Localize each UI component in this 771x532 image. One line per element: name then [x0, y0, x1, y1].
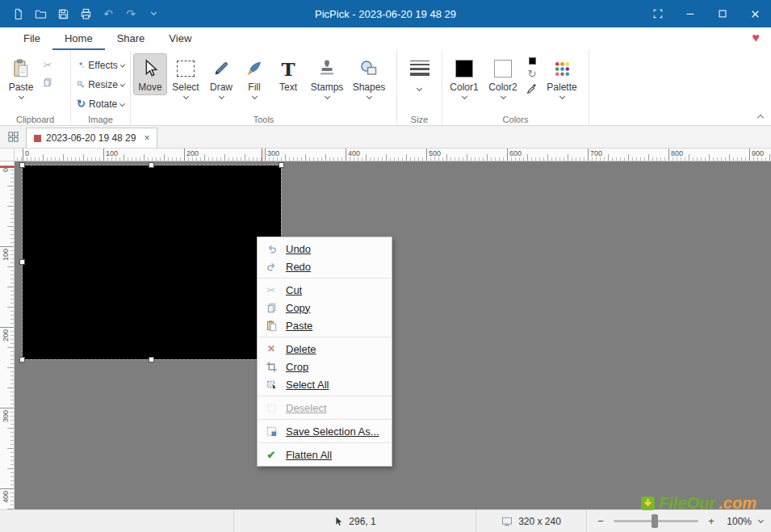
tab-home[interactable]: Home: [52, 27, 105, 50]
window-layout-button[interactable]: [0, 126, 26, 148]
h-ruler-label: 300: [267, 149, 279, 157]
save-button[interactable]: [53, 4, 73, 23]
selection-handle[interactable]: [149, 162, 154, 168]
undo-button[interactable]: ↶: [98, 4, 118, 23]
rotate-label: Rotate: [89, 98, 117, 110]
cut-icon: ✂: [264, 283, 279, 296]
context-menu-item[interactable]: Undo: [258, 240, 392, 258]
cursor-position-indicator: 296, 1: [234, 510, 476, 532]
tab-file[interactable]: File: [11, 27, 52, 50]
chevron-down-icon: [120, 82, 125, 86]
select-tool-button[interactable]: Select: [168, 54, 203, 100]
delete-icon: ✕: [264, 342, 279, 355]
selection-handle[interactable]: [19, 259, 25, 265]
context-menu-item[interactable]: Copy: [258, 299, 392, 316]
copy-icon: [42, 77, 53, 88]
open-button[interactable]: [31, 4, 50, 23]
minimize-button[interactable]: [674, 0, 706, 27]
swap-colors-button[interactable]: ↻: [528, 69, 537, 79]
menu-separator: [258, 396, 391, 396]
stamps-tool-button[interactable]: Stamps: [307, 54, 347, 100]
copy-button[interactable]: [42, 77, 53, 91]
selection-handle[interactable]: [149, 357, 154, 362]
qat-dropdown-button[interactable]: [144, 4, 163, 23]
fileour-logo-icon: [640, 496, 656, 511]
shapes-tool-button[interactable]: Shapes: [349, 54, 389, 100]
zoom-out-button[interactable]: −: [595, 515, 606, 527]
redo-button[interactable]: ↷: [121, 4, 140, 23]
color1-button[interactable]: Color1: [446, 54, 483, 100]
palette-button[interactable]: Palette: [543, 54, 581, 100]
selection-handle[interactable]: [19, 357, 25, 362]
image-selection[interactable]: [23, 165, 281, 359]
palette-label: Palette: [547, 82, 576, 93]
v-ruler-label: 300: [2, 410, 10, 422]
context-menu-item[interactable]: ✕ Delete: [258, 340, 392, 358]
size-button[interactable]: [402, 54, 438, 92]
stamp-icon: [317, 57, 337, 81]
quick-access-toolbar: ↶ ↷: [0, 4, 163, 23]
h-ruler-label: 900: [752, 149, 764, 157]
close-button[interactable]: [739, 0, 771, 27]
selection-handle[interactable]: [19, 162, 25, 168]
palette-icon: [554, 57, 571, 81]
print-icon: [80, 8, 92, 20]
eyedropper-button[interactable]: [526, 83, 538, 98]
move-tool-button[interactable]: Move: [134, 54, 166, 94]
select-all-icon: [264, 378, 279, 391]
status-bar: 296, 1 320 x 240 − + 100%: [0, 509, 771, 532]
zoom-in-button[interactable]: +: [706, 515, 717, 527]
text-icon: T: [281, 57, 295, 81]
canvas[interactable]: [15, 161, 771, 509]
paste-button[interactable]: Paste: [3, 54, 39, 100]
zoom-dropdown-button[interactable]: [758, 517, 764, 523]
paste-label: Paste: [9, 82, 34, 93]
tab-view[interactable]: View: [157, 27, 203, 50]
context-menu-item[interactable]: Crop: [258, 358, 392, 375]
heart-icon[interactable]: ♥: [752, 31, 761, 45]
cut-button[interactable]: ✂: [44, 59, 52, 71]
context-menu-item[interactable]: Save Selection As...: [258, 422, 392, 440]
tab-close-button[interactable]: ×: [140, 132, 149, 144]
rotate-button[interactable]: ↻ Rotate: [74, 95, 127, 112]
draw-tool-button[interactable]: Draw: [205, 54, 237, 100]
fill-brush-icon: [245, 57, 264, 81]
mini-color-swatch[interactable]: [529, 57, 536, 65]
chevron-down-icon: [120, 62, 125, 67]
zoom-level-value: 100%: [724, 516, 752, 527]
context-menu-item[interactable]: Paste: [258, 316, 392, 334]
resize-button[interactable]: Resize: [74, 76, 127, 93]
image-size-icon: [501, 517, 513, 526]
color2-swatch: [494, 60, 512, 77]
tab-share[interactable]: Share: [105, 27, 157, 50]
menu-separator: [258, 337, 391, 337]
color2-button[interactable]: Color2: [484, 54, 522, 100]
deselect-icon: [264, 401, 279, 414]
chevron-down-icon: [150, 10, 156, 15]
new-file-button[interactable]: [8, 4, 27, 23]
fullscreen-button[interactable]: [642, 0, 674, 27]
fill-tool-button[interactable]: Fill: [239, 54, 270, 100]
context-menu-item[interactable]: Redo: [258, 258, 392, 275]
ribbon: Paste ✂ Clipboard Effects: [0, 50, 771, 126]
selection-handle[interactable]: [279, 162, 284, 168]
print-button[interactable]: [76, 4, 95, 23]
title-bar: ↶ ↷ PicPick - 2023-06-20 19 48 29: [0, 0, 771, 27]
text-tool-button[interactable]: T Text: [271, 54, 305, 94]
v-ruler-label: 200: [2, 329, 10, 341]
stamps-label: Stamps: [311, 82, 344, 93]
maximize-button[interactable]: [706, 0, 739, 27]
context-menu-item[interactable]: Select All: [258, 375, 392, 393]
document-tab[interactable]: 2023-06-20 19 48 29 ×: [26, 128, 157, 148]
zoom-slider[interactable]: [614, 520, 698, 522]
zoom-slider-thumb[interactable]: [652, 514, 658, 528]
resize-icon: [77, 79, 85, 90]
image-size-indicator: 320 x 240: [476, 510, 587, 532]
menu-separator: [258, 419, 391, 420]
context-menu-item[interactable]: ✂ Cut: [258, 281, 392, 299]
context-menu-item[interactable]: ✔ Flatten All: [258, 446, 392, 463]
shapes-icon: [359, 57, 379, 81]
effects-icon: [77, 60, 85, 70]
h-ruler-label: 500: [429, 149, 441, 157]
effects-button[interactable]: Effects: [74, 57, 127, 73]
